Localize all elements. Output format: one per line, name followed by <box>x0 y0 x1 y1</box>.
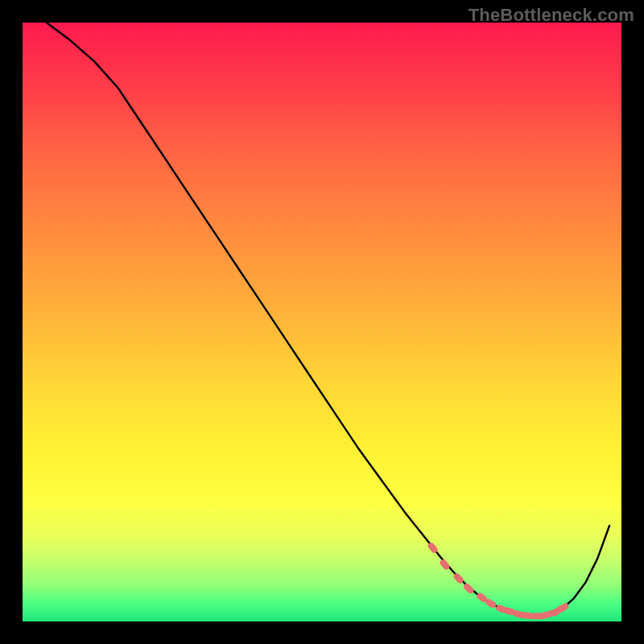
optimal-marker <box>427 542 439 555</box>
optimal-marker <box>547 609 559 617</box>
optimal-marker <box>538 611 551 620</box>
optimal-marker <box>513 609 526 618</box>
optimal-marker <box>439 558 451 571</box>
optimal-marker <box>530 613 542 620</box>
optimal-marker <box>495 604 508 614</box>
optimal-marker <box>462 582 475 594</box>
optimal-marker <box>485 598 497 609</box>
chart-frame: TheBottleneck.com <box>0 0 644 644</box>
optimal-band-markers <box>427 542 570 621</box>
chart-plot-area <box>23 23 621 621</box>
bottleneck-curve <box>47 23 609 616</box>
optimal-marker <box>452 572 464 585</box>
optimal-marker <box>551 605 564 616</box>
optimal-marker <box>503 607 516 616</box>
chart-svg <box>23 23 621 621</box>
optimal-marker <box>521 612 533 620</box>
optimal-marker <box>476 592 489 604</box>
optimal-marker <box>557 602 570 613</box>
